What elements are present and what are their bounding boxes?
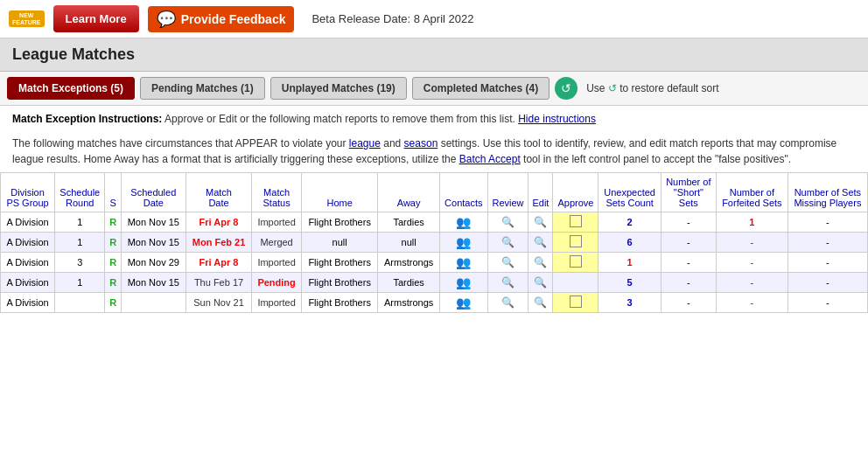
- cell-edit[interactable]: 🔍: [528, 273, 553, 293]
- cell-division: A Division: [1, 273, 55, 293]
- cell-away: Tardies: [378, 212, 440, 233]
- col-match-date: MatchDate: [186, 173, 251, 212]
- cell-edit[interactable]: 🔍: [528, 212, 553, 233]
- cell-home: Flight Brothers: [302, 293, 378, 313]
- feedback-icon: 💬: [157, 10, 176, 29]
- table-row: A Division 1 R Mon Nov 15 Thu Feb 17 Pen…: [1, 273, 868, 293]
- matches-table: DivisionPS Group ScheduleRound S Schedul…: [0, 172, 868, 313]
- cell-status: Merged: [252, 233, 302, 253]
- cell-review[interactable]: 🔍: [487, 253, 528, 273]
- header-bar: NEW FEATURE Learn More 💬 Provide Feedbac…: [0, 0, 868, 38]
- table-wrap: DivisionPS Group ScheduleRound S Schedul…: [0, 172, 868, 313]
- cell-contacts[interactable]: 👥: [440, 293, 488, 313]
- cell-short-sets: -: [661, 293, 716, 313]
- cell-home: Flight Brothers: [302, 253, 378, 273]
- cell-approve[interactable]: [553, 233, 598, 253]
- cell-match-date: Sun Nov 21: [186, 293, 251, 313]
- cell-approve[interactable]: [553, 212, 598, 233]
- table-row: A Division 3 R Mon Nov 29 Fri Apr 8 Impo…: [1, 253, 868, 273]
- cell-approve[interactable]: [553, 253, 598, 273]
- cell-forfeited: -: [716, 253, 788, 273]
- col-division: DivisionPS Group: [1, 173, 55, 212]
- cell-status: Pending: [252, 273, 302, 293]
- tab-completed-matches[interactable]: Completed Matches (4): [412, 77, 550, 100]
- cell-scheduled-date: Mon Nov 15: [121, 212, 186, 233]
- feedback-button[interactable]: 💬 Provide Feedback: [148, 6, 295, 32]
- cell-contacts[interactable]: 👥: [440, 273, 488, 293]
- cell-unexpected: 2: [598, 212, 661, 233]
- cell-review[interactable]: 🔍: [487, 212, 528, 233]
- batch-accept-link[interactable]: Batch Accept: [459, 153, 521, 165]
- cell-short-sets: -: [661, 212, 716, 233]
- tab-bar: Match Exceptions (5) Pending Matches (1)…: [0, 72, 868, 106]
- table-row: A Division R Sun Nov 21 Imported Flight …: [1, 293, 868, 313]
- cell-scheduled-date: Mon Nov 15: [121, 273, 186, 293]
- season-link[interactable]: season: [404, 137, 438, 150]
- cell-match-date: Fri Apr 8: [186, 212, 251, 233]
- cell-status: Imported: [252, 212, 302, 233]
- col-away: Away: [378, 173, 440, 212]
- cell-unexpected: 3: [598, 293, 661, 313]
- tab-unplayed-matches[interactable]: Unplayed Matches (19): [270, 77, 407, 100]
- cell-unexpected: 5: [598, 273, 661, 293]
- cell-home: Flight Brothers: [302, 212, 378, 233]
- cell-away: Tardies: [378, 273, 440, 293]
- page-title: League Matches: [0, 38, 868, 72]
- cell-review[interactable]: 🔍: [487, 293, 528, 313]
- cell-missing-players: -: [788, 273, 867, 293]
- cell-division: A Division: [1, 253, 55, 273]
- table-row: A Division 1 R Mon Nov 15 Fri Apr 8 Impo…: [1, 212, 868, 233]
- cell-short-sets: -: [661, 273, 716, 293]
- cell-forfeited: -: [716, 293, 788, 313]
- cell-scheduled-date: [121, 293, 186, 313]
- col-scheduled-date: ScheduledDate: [121, 173, 186, 212]
- instructions-box: Match Exception Instructions: Approve or…: [0, 106, 868, 132]
- cell-scheduled-date: Mon Nov 29: [121, 253, 186, 273]
- learn-more-button[interactable]: Learn More: [53, 5, 139, 32]
- cell-approve[interactable]: [553, 293, 598, 313]
- cell-review[interactable]: 🔍: [487, 273, 528, 293]
- cell-contacts[interactable]: 👥: [440, 233, 488, 253]
- cell-match-date: Mon Feb 21: [186, 233, 251, 253]
- col-contacts: Contacts: [440, 173, 488, 212]
- cell-s: R: [105, 273, 121, 293]
- cell-round: 1: [55, 233, 105, 253]
- cell-contacts[interactable]: 👥: [440, 253, 488, 273]
- col-review: Review: [487, 173, 528, 212]
- cell-edit[interactable]: 🔍: [528, 253, 553, 273]
- col-missing-players: Number of SetsMissing Players: [788, 173, 867, 212]
- col-round: ScheduleRound: [55, 173, 105, 212]
- cell-forfeited: -: [716, 233, 788, 253]
- hide-instructions-link[interactable]: Hide instructions: [518, 113, 596, 125]
- col-forfeited: Number ofForfeited Sets: [716, 173, 788, 212]
- cell-edit[interactable]: 🔍: [528, 233, 553, 253]
- cell-approve[interactable]: [553, 273, 598, 293]
- table-row: A Division 1 R Mon Nov 15 Mon Feb 21 Mer…: [1, 233, 868, 253]
- cell-round: 3: [55, 253, 105, 273]
- cell-missing-players: -: [788, 253, 867, 273]
- league-link[interactable]: league: [349, 137, 381, 150]
- cell-away: Armstrongs: [378, 293, 440, 313]
- cell-forfeited: -: [716, 273, 788, 293]
- cell-s: R: [105, 233, 121, 253]
- cell-missing-players: -: [788, 212, 867, 233]
- cell-review[interactable]: 🔍: [487, 233, 528, 253]
- cell-short-sets: -: [661, 253, 716, 273]
- col-match-status: MatchStatus: [252, 173, 302, 212]
- new-feature-badge: NEW FEATURE: [9, 10, 45, 27]
- col-edit: Edit: [528, 173, 553, 212]
- cell-contacts[interactable]: 👥: [440, 212, 488, 233]
- cell-s: R: [105, 253, 121, 273]
- cell-division: A Division: [1, 212, 55, 233]
- refresh-button[interactable]: ↺: [555, 77, 578, 100]
- cell-edit[interactable]: 🔍: [528, 293, 553, 313]
- cell-division: A Division: [1, 233, 55, 253]
- tab-pending-matches[interactable]: Pending Matches (1): [140, 77, 265, 100]
- tab-match-exceptions[interactable]: Match Exceptions (5): [7, 77, 135, 100]
- cell-unexpected: 6: [598, 233, 661, 253]
- cell-away: null: [378, 233, 440, 253]
- instructions-desc: The following matches have circumstances…: [0, 132, 868, 172]
- col-s: S: [105, 173, 121, 212]
- cell-short-sets: -: [661, 233, 716, 253]
- cell-home: Flight Brothers: [302, 273, 378, 293]
